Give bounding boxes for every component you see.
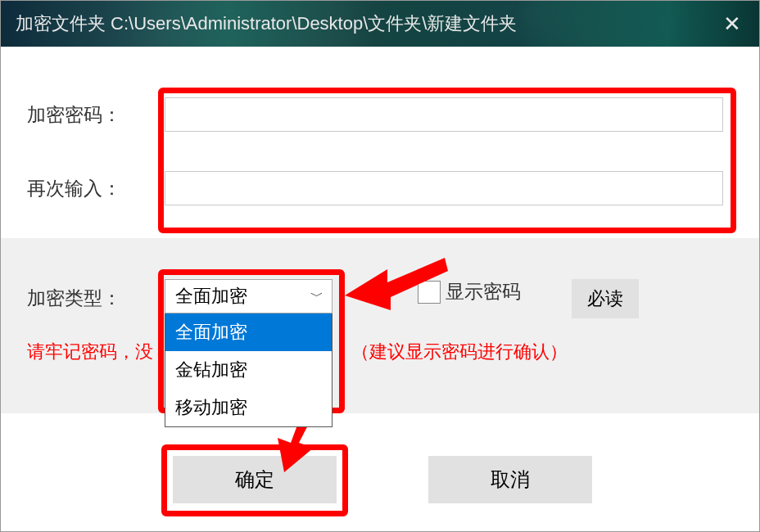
close-icon: ✕ [723,11,741,37]
encryption-type-dropdown[interactable]: 全面加密 ﹀ [165,279,332,313]
type-section: 加密类型： 全面加密 ﹀ 全面加密 金钻加密 移动加密 显示密码 必读 请牢记密… [1,238,759,413]
type-label: 加密类型： [1,279,165,311]
confirm-password-input[interactable] [165,171,723,205]
action-section: 确定 取消 [1,413,759,503]
must-read-button[interactable]: 必读 [572,279,639,318]
show-password-label: 显示密码 [446,279,521,304]
cancel-button[interactable]: 取消 [428,456,592,503]
dropdown-option[interactable]: 金钻加密 [165,351,332,389]
dropdown-option[interactable]: 全面加密 [165,313,332,351]
show-password-checkbox[interactable] [418,281,441,304]
chevron-down-icon: ﹀ [310,288,323,305]
password-label: 加密密码： [1,102,165,128]
password-input[interactable] [165,97,723,132]
password-section: 加密密码： 再次输入： [1,47,759,238]
close-button[interactable]: ✕ [720,11,744,36]
dropdown-selected-text: 全面加密 [175,284,247,309]
confirm-label: 再次输入： [1,176,165,201]
dropdown-list: 全面加密 金钻加密 移动加密 [165,313,332,427]
title-bar: 加密文件夹 C:\Users\Administrator\Desktop\文件夹… [1,1,759,47]
ok-button[interactable]: 确定 [173,456,337,503]
dropdown-option[interactable]: 移动加密 [165,389,332,426]
window-title: 加密文件夹 C:\Users\Administrator\Desktop\文件夹… [16,11,517,36]
